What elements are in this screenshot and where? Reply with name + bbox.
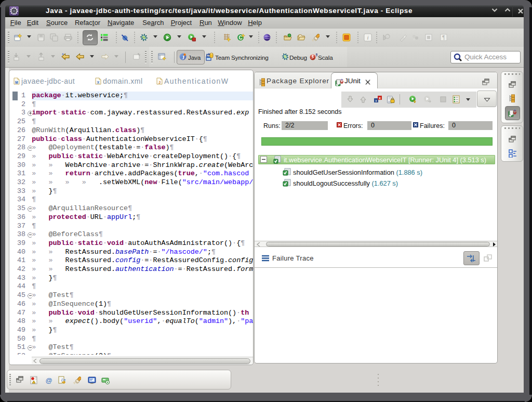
svg-text:¶: ¶ [442, 35, 445, 41]
svg-text:J: J [158, 81, 161, 84]
svg-text:5: 5 [316, 53, 318, 57]
svg-text:x: x [375, 99, 377, 102]
svg-text:X: X [97, 81, 100, 84]
svg-text:i: i [367, 34, 368, 41]
svg-text:x: x [379, 96, 381, 100]
svg-text:@: @ [45, 377, 52, 384]
svg-text:M: M [15, 81, 18, 84]
svg-text:{e: {e [61, 378, 66, 382]
